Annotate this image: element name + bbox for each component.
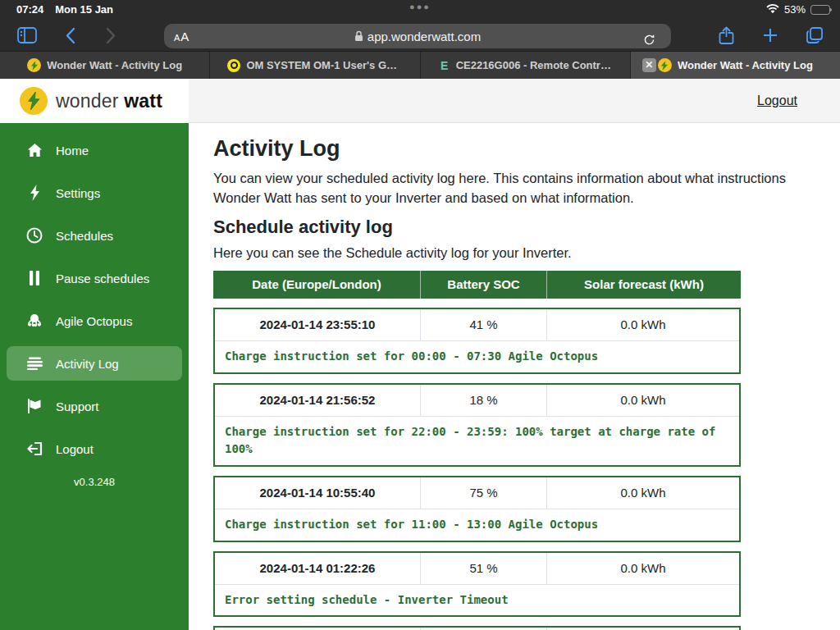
sidebar-item-label: Schedules — [56, 229, 113, 243]
col-header-soc: Battery SOC — [421, 271, 547, 299]
close-tab-icon[interactable]: ✕ — [642, 58, 656, 72]
new-tab-icon[interactable] — [756, 23, 784, 48]
log-entry-card: 2024-01-14 01:22:26 51 % 0.0 kWh Error s… — [213, 551, 741, 618]
main-content: Activity Log You can view your scheduled… — [189, 123, 840, 630]
log-entry-card: 2024-01-14 23:55:10 41 % 0.0 kWh Charge … — [213, 308, 741, 374]
reader-view-button[interactable]: AA — [174, 30, 189, 43]
entry-message: Error setting schedule - Inverter Timeou… — [215, 585, 739, 616]
battery-icon — [810, 5, 830, 15]
status-bar: 07:24 Mon 15 Jan ●●● 53% — [0, 0, 840, 20]
url-text: app.wonderwatt.com — [368, 30, 481, 43]
safari-toolbar: AA app.wonderwatt.com — [0, 20, 840, 51]
screen: 07:24 Mon 15 Jan ●●● 53% — [0, 0, 840, 630]
entry-solar: 0.0 kWh — [547, 477, 739, 509]
entry-solar: 0.0 kWh — [547, 385, 739, 416]
sidebar-item-schedules[interactable]: Schedules — [7, 218, 182, 253]
entry-solar: 0.0 kWh — [547, 553, 739, 584]
table-header-row: Date (Europe/London) Battery SOC Solar f… — [213, 271, 741, 299]
lock-icon — [354, 30, 363, 42]
tab-label: Wonder Watt - Activity Log — [678, 59, 813, 71]
octopus-icon — [26, 313, 43, 329]
col-header-date: Date (Europe/London) — [213, 271, 421, 299]
page-intro: You can view your scheduled activity log… — [213, 169, 812, 208]
web-page: wonder watt Logout Home Settings — [0, 79, 840, 630]
forward-button[interactable] — [97, 23, 125, 48]
logo-bolt-icon — [20, 87, 48, 115]
entry-message: Charge instruction set for 11:00 - 13:00… — [215, 509, 739, 541]
sidebar-item-agile-octopus[interactable]: Agile Octopus — [7, 304, 182, 338]
sidebar-item-settings[interactable]: Settings — [7, 176, 182, 210]
log-entry-card: 2024-01-14 10:55:40 75 % 0.0 kWh Charge … — [213, 476, 741, 542]
sidebar-item-label: Home — [56, 144, 89, 158]
tab-label: OM SYSTEM OM-1 User's Guide b... — [246, 59, 402, 71]
tab-wonder-watt-active[interactable]: ✕ Wonder Watt - Activity Log — [631, 52, 840, 79]
page-header: wonder watt Logout — [0, 79, 840, 123]
entry-date: 2024-01-14 10:55:40 — [215, 477, 421, 509]
sidebar-nav: Home Settings Schedules — [0, 123, 189, 630]
pause-icon — [26, 270, 43, 286]
section-title: Schedule activity log — [213, 217, 840, 238]
entry-solar: 0.0 kWh — [547, 309, 739, 340]
app-version: v0.3.248 — [0, 476, 189, 488]
home-icon — [26, 142, 43, 158]
om-system-favicon — [227, 59, 240, 72]
entry-soc: 18 % — [421, 385, 547, 416]
tabs-overview-icon[interactable] — [801, 23, 829, 48]
multitask-handle-icon: ●●● — [409, 2, 431, 11]
sidebar-item-label: Settings — [56, 186, 100, 200]
letter-e-favicon: E — [439, 59, 450, 72]
tab-om-system[interactable]: OM SYSTEM OM-1 User's Guide b... — [210, 52, 420, 79]
col-header-solar: Solar forecast (kWh) — [547, 271, 741, 299]
battery-percent: 53% — [784, 3, 806, 16]
wonderwatt-favicon — [658, 58, 672, 72]
tab-wonder-watt-1[interactable]: Wonder Watt - Activity Log — [0, 52, 210, 79]
browser-chrome: 07:24 Mon 15 Jan ●●● 53% — [0, 0, 840, 79]
entry-soc: 75 % — [421, 477, 547, 509]
tab-remote-control[interactable]: E CE2216G006 - Remote Control | g... — [421, 52, 631, 79]
entry-message: Charge instruction set for 00:00 - 07:30… — [215, 341, 739, 372]
tab-bar: Wonder Watt - Activity Log OM SYSTEM OM-… — [0, 51, 840, 79]
log-entry-card: 2024-01-14 21:56:52 18 % 0.0 kWh Charge … — [213, 383, 741, 467]
sidebar-item-support[interactable]: Support — [7, 389, 182, 423]
section-intro: Here you can see the Schedule activity l… — [213, 245, 840, 261]
tab-label: CE2216G006 - Remote Control | g... — [456, 59, 612, 71]
logout-icon — [26, 441, 43, 457]
entry-date: 2024-01-14 23:55:10 — [215, 309, 421, 340]
entry-message: Charge instruction set for 22:00 - 23:59… — [215, 417, 739, 465]
reload-button[interactable] — [635, 27, 663, 52]
status-date: Mon 15 Jan — [55, 3, 113, 16]
share-icon[interactable] — [712, 23, 740, 48]
sidebar-item-activity-log[interactable]: Activity Log — [7, 346, 182, 381]
sidebar-item-logout[interactable]: Logout — [7, 431, 182, 466]
wonderwatt-logo: wonder watt — [0, 79, 189, 123]
status-time: 07:24 — [16, 3, 43, 16]
log-entry-card-partial — [213, 626, 741, 630]
clock-icon — [26, 227, 43, 244]
wonderwatt-favicon — [27, 58, 41, 72]
address-bar[interactable]: AA app.wonderwatt.com — [164, 24, 671, 48]
flag-icon — [26, 398, 43, 414]
sidebar-item-home[interactable]: Home — [7, 133, 182, 167]
sidebar-item-label: Activity Log — [56, 357, 119, 371]
sidebar-item-label: Pause schedules — [56, 272, 149, 285]
header-bar: Logout — [189, 79, 840, 123]
activity-table: Date (Europe/London) Battery SOC Solar f… — [213, 271, 741, 630]
back-button[interactable] — [56, 23, 84, 48]
entry-soc: 41 % — [421, 309, 547, 340]
bolt-icon — [26, 185, 43, 201]
entry-soc: 51 % — [421, 553, 547, 584]
sidebar-item-pause-schedules[interactable]: Pause schedules — [7, 261, 182, 295]
entry-date: 2024-01-14 21:56:52 — [215, 385, 421, 416]
sidebar-item-label: Agile Octopus — [56, 314, 132, 328]
wifi-icon — [766, 4, 779, 15]
sidebar-item-label: Logout — [56, 442, 94, 456]
sidebar-toggle-icon[interactable] — [13, 23, 41, 48]
sidebar-item-label: Support — [56, 399, 99, 413]
tab-label: Wonder Watt - Activity Log — [47, 59, 182, 71]
list-icon — [26, 355, 43, 372]
page-title: Activity Log — [213, 136, 840, 162]
entry-date: 2024-01-14 01:22:26 — [215, 553, 421, 584]
logo-wordmark: wonder watt — [56, 90, 162, 112]
header-logout-link[interactable]: Logout — [757, 94, 797, 108]
